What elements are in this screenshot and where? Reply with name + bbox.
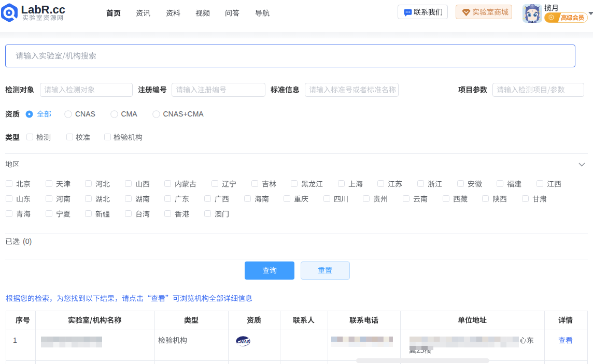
svg-text:CNAS: CNAS [236,339,249,344]
